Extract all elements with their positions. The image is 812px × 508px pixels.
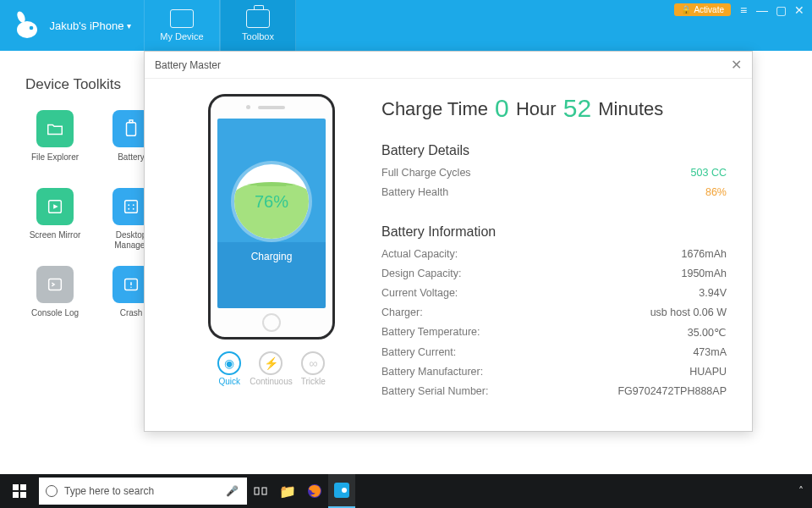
toolkit-label: Crash [120,308,143,329]
row-design-capacity: Design Capacity:1950mAh [381,268,727,279]
maximize-icon[interactable]: ▢ [775,4,787,16]
svg-rect-14 [20,484,26,490]
console-icon [36,266,74,303]
mode-label: Continuous [250,377,293,386]
mode-label: Trickle [301,377,326,386]
mode-continuous[interactable]: ⚡ Continuous [250,351,293,386]
toolkits-title: Device Toolkits [25,76,161,93]
device-name: Jakub's iPhone [50,19,124,32]
row-health: Battery Health86% [381,186,727,198]
lock-icon: 🔒 [681,5,691,14]
tab-label: My Device [160,31,203,41]
svg-point-21 [342,488,347,493]
row-voltage: Current Voltage:3.94V [381,287,727,299]
mode-trickle[interactable]: ∞ Trickle [301,351,326,386]
toolkit-label: File Explorer [31,152,79,173]
battery-master-modal: Battery Master ✕ 76% Charging [144,51,753,432]
modal-title: Battery Master [155,59,221,71]
tab-my-device[interactable]: My Device [144,0,220,51]
tray-chevron-icon[interactable]: ˄ [798,485,812,497]
battery-info-heading: Battery Information [381,224,727,240]
tab-toolbox[interactable]: Toolbox [220,0,296,51]
folder-icon [36,110,74,147]
activate-button[interactable]: 🔒 Activate [674,3,731,16]
row-cycles: Full Charge Cycles503 CC [381,167,727,179]
bolt-icon: ⚡ [259,351,283,375]
infinity-icon: ∞ [301,351,325,375]
activate-label: Activate [694,5,724,14]
charge-time-heading: Charge Time 0 Hour 52 Minutes [381,94,727,123]
battery-percent: 76% [255,192,288,212]
row-temperature: Battery Temperature:35.00℃ [381,326,727,339]
svg-point-10 [133,208,134,210]
mode-quick[interactable]: ◉ Quick [217,351,241,386]
device-selector[interactable]: Jakub's iPhone ▾ [0,0,144,51]
toolkit-console-log[interactable]: Console Log [25,266,85,329]
row-charger: Charger:usb host 0.06 W [381,306,727,318]
svg-point-2 [29,26,33,30]
svg-point-8 [133,204,134,206]
device-icon [170,9,194,28]
row-serial: Battery Serial Number:FG9702472TPH888AP [381,385,727,397]
svg-point-0 [17,21,37,38]
tab-label: Toolbox [242,31,274,41]
row-manufacturer: Battery Manufacturer:HUAPU [381,366,727,378]
battery-details-heading: Battery Details [381,143,727,158]
taskbar-app-itools[interactable] [328,474,355,508]
charging-status: Charging [251,251,293,262]
modal-close-icon[interactable]: ✕ [731,57,742,73]
charge-minutes: 52 [562,94,593,122]
charge-hours: 0 [493,94,511,122]
svg-rect-15 [13,492,19,498]
task-view-icon[interactable] [247,474,274,508]
svg-point-7 [128,204,129,206]
svg-rect-6 [125,201,138,213]
svg-rect-4 [129,120,133,123]
taskbar-search[interactable]: Type here to search 🎤 [39,478,247,505]
row-current: Battery Current:473mA [381,346,727,358]
menu-icon[interactable]: ≡ [738,4,749,16]
toolkits-panel: Device Toolkits File Explorer Battery Sc… [25,76,161,329]
toolkit-file-explorer[interactable]: File Explorer [25,110,85,173]
cortana-icon [46,485,58,497]
toolkit-label: Battery [118,152,145,173]
app-titlebar: Jakub's iPhone ▾ My Device Toolbox 🔒 Act… [0,0,812,51]
battery-gauge: 76% [234,164,309,239]
phone-illustration: 76% Charging [208,94,335,340]
toolbox-icon [246,9,270,28]
svg-rect-17 [255,488,259,494]
minimize-icon[interactable]: — [756,4,768,16]
modal-header: Battery Master ✕ [145,52,752,79]
taskbar-app-explorer[interactable]: 📁 [274,474,301,508]
pin-icon: ◉ [217,351,241,375]
close-icon[interactable]: ✕ [793,4,805,16]
play-icon [36,188,74,225]
search-placeholder: Type here to search [64,485,154,497]
start-button[interactable] [0,474,39,508]
toolkit-label: Screen Mirror [30,230,81,251]
svg-rect-3 [127,123,136,136]
taskbar-app-firefox[interactable] [301,474,328,508]
svg-rect-16 [20,492,26,498]
chevron-down-icon: ▾ [127,21,131,30]
toolkit-label: Console Log [31,308,79,329]
charge-modes: ◉ Quick ⚡ Continuous ∞ Trickle [217,351,326,386]
windows-taskbar: Type here to search 🎤 📁 ˄ [0,474,812,508]
svg-rect-18 [262,488,266,494]
app-logo-icon [13,10,43,41]
row-actual-capacity: Actual Capacity:1676mAh [381,248,727,260]
mic-icon[interactable]: 🎤 [226,485,239,497]
svg-point-9 [128,208,129,210]
svg-rect-13 [13,484,19,490]
mode-label: Quick [218,377,240,386]
toolkit-screen-mirror[interactable]: Screen Mirror [25,188,85,251]
